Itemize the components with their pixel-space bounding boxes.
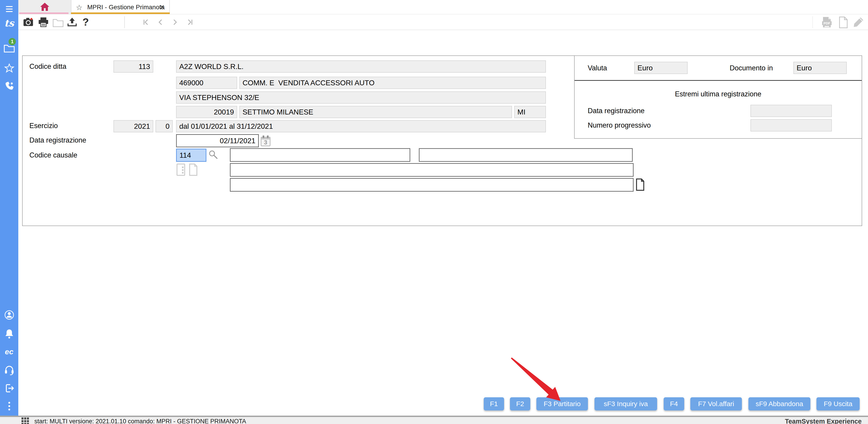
open-folder-icon[interactable] bbox=[53, 18, 64, 28]
causale-descrizione-input[interactable] bbox=[230, 148, 410, 162]
print-icon[interactable] bbox=[38, 17, 49, 28]
f7-vol-affari-button[interactable]: F7 Vol.affari bbox=[690, 397, 742, 411]
toolbar-divider bbox=[124, 16, 125, 28]
provincia-field: MI bbox=[514, 106, 546, 118]
f2-button[interactable]: F2 bbox=[510, 397, 530, 411]
data-registrazione-label: Data registrazione bbox=[29, 136, 86, 144]
valuta-field: Euro bbox=[634, 62, 688, 74]
attivita-descrizione-field: COMM. E VENDITA ACCESSORI AUTO bbox=[239, 77, 546, 89]
status-bar: start: MULTI versione: 2021.01.10 comand… bbox=[0, 416, 868, 424]
notifications-bell-icon[interactable] bbox=[0, 329, 18, 339]
tab-title: MPRI - Gestione Primanota bbox=[87, 4, 164, 11]
upload-export-icon[interactable] bbox=[67, 17, 77, 28]
toolbar: ? PDF bbox=[18, 15, 868, 30]
nav-previous-icon[interactable] bbox=[157, 19, 164, 27]
home-tab-underline bbox=[19, 12, 68, 14]
svg-text:PDF: PDF bbox=[824, 21, 830, 25]
logout-icon[interactable] bbox=[0, 383, 18, 393]
documento-in-label: Documento in bbox=[730, 64, 773, 72]
nav-next-icon[interactable] bbox=[172, 19, 178, 27]
esercizio-periodo-field: dal 01/01/2021 al 31/12/2021 bbox=[176, 120, 546, 132]
codice-causale-label: Codice causale bbox=[29, 151, 77, 159]
documents-folder-icon[interactable] bbox=[0, 43, 18, 53]
note-form-icon bbox=[177, 164, 185, 177]
documento-in-field: Euro bbox=[794, 62, 847, 74]
account-icon[interactable] bbox=[0, 310, 18, 320]
more-options-icon[interactable] bbox=[0, 401, 18, 412]
app-grid-icon[interactable] bbox=[22, 418, 29, 424]
favorites-star-icon[interactable] bbox=[0, 63, 18, 73]
notification-badge: 1 bbox=[8, 38, 16, 45]
tab-mpri-gestione-primanota[interactable]: ☆ MPRI - Gestione Primanota ✕ bbox=[71, 0, 170, 14]
f3-partitario-button[interactable]: F3 Partitario bbox=[536, 397, 588, 411]
toolbar-right-divider bbox=[812, 16, 813, 28]
nav-first-icon[interactable] bbox=[142, 19, 150, 27]
valuta-panel-divider bbox=[575, 80, 862, 81]
ragione-sociale-field: A2Z WORLD S.R.L. bbox=[176, 60, 546, 73]
indirizzo-field: VIA STEPHENSON 32/E bbox=[176, 91, 546, 104]
estremi-numero-label: Numero progressivo bbox=[588, 121, 651, 130]
f4-button[interactable]: F4 bbox=[664, 397, 684, 411]
estremi-data-label: Data registrazione bbox=[588, 107, 645, 115]
attivita-codice-field: 469000 bbox=[176, 77, 237, 89]
esercizio-tipo-field: 0 bbox=[156, 120, 173, 132]
sf9-abbandona-button[interactable]: sF9 Abbandona bbox=[748, 397, 810, 411]
calendar-icon[interactable]: 3 bbox=[260, 135, 271, 148]
codice-ditta-field: 113 bbox=[114, 60, 153, 73]
estremi-title: Estremi ultima registrazione bbox=[574, 90, 862, 98]
active-tab-underline bbox=[71, 12, 170, 14]
codice-ditta-label: Codice ditta bbox=[29, 62, 66, 70]
hamburger-menu-icon[interactable] bbox=[0, 4, 18, 14]
brand-text: TeamSystem Experience bbox=[785, 418, 862, 424]
search-magnifier-icon[interactable] bbox=[209, 150, 219, 161]
app-window: ts 1 ec bbox=[0, 0, 868, 424]
tab-favorite-star-icon[interactable]: ☆ bbox=[76, 3, 83, 12]
estremi-data-field bbox=[750, 105, 832, 117]
estremi-numero-field bbox=[750, 119, 832, 132]
f1-button[interactable]: F1 bbox=[484, 397, 504, 411]
data-registrazione-input[interactable]: 02/11/2021 bbox=[176, 134, 259, 147]
f9-uscita-button[interactable]: F9 Uscita bbox=[816, 397, 860, 411]
sf3-inquiry-iva-button[interactable]: sF3 Inquiry iva bbox=[594, 397, 657, 411]
annotazioni-input[interactable] bbox=[230, 163, 633, 177]
comune-field: SETTIMO MILANESE bbox=[239, 106, 512, 118]
attach-document-icon[interactable] bbox=[636, 178, 645, 192]
home-icon bbox=[40, 2, 50, 11]
teamsystem-logo: ts bbox=[0, 17, 18, 29]
screenshot-camera-icon[interactable] bbox=[23, 17, 34, 28]
status-text: start: MULTI versione: 2021.01.10 comand… bbox=[34, 418, 246, 424]
esercizio-anno-field: 2021 bbox=[114, 120, 153, 132]
nav-last-icon[interactable] bbox=[186, 19, 194, 27]
codice-causale-input[interactable]: 114 bbox=[176, 149, 206, 162]
valuta-label: Valuta bbox=[588, 64, 607, 72]
causale-descrizione-2-input[interactable] bbox=[419, 148, 633, 162]
sidebar: ts 1 ec bbox=[0, 0, 18, 416]
annotazioni-2-input[interactable] bbox=[230, 178, 633, 192]
cap-field: 20019 bbox=[176, 106, 237, 118]
tab-bar: ☆ MPRI - Gestione Primanota ✕ bbox=[18, 0, 868, 15]
phone-contact-icon[interactable] bbox=[0, 81, 18, 91]
tab-close-icon[interactable]: ✕ bbox=[160, 4, 165, 11]
support-headset-icon[interactable] bbox=[0, 365, 18, 375]
new-document-icon[interactable] bbox=[838, 17, 848, 29]
svg-text:3: 3 bbox=[264, 139, 267, 146]
export-pdf-icon[interactable]: PDF bbox=[821, 17, 833, 29]
home-tab[interactable] bbox=[18, 0, 71, 14]
edit-pencil-icon[interactable] bbox=[852, 17, 864, 29]
help-icon[interactable]: ? bbox=[83, 16, 89, 28]
esercizio-label: Esercizio bbox=[29, 122, 58, 130]
ec-logo-icon[interactable]: ec bbox=[0, 346, 18, 357]
blank-note-icon bbox=[189, 164, 197, 177]
